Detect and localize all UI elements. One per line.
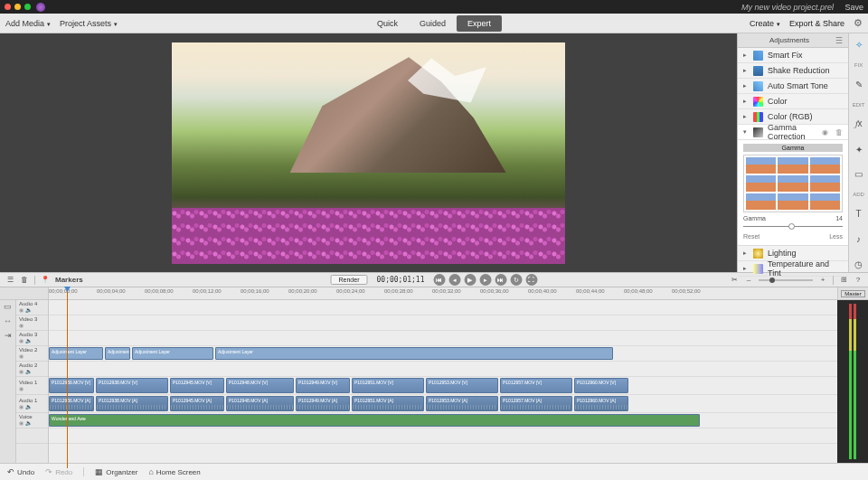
step-forward-button[interactable]: ▸ — [479, 274, 491, 286]
clip-voice[interactable]: Wonder and Awe — [49, 414, 700, 427]
zoom-slider[interactable] — [759, 279, 813, 281]
markers-label[interactable]: Markers — [55, 276, 83, 284]
clip-adjustment-layer[interactable]: Adjustment Layer — [49, 347, 103, 360]
clip-video[interactable]: P1012945.MOV [V] — [170, 378, 224, 393]
gamma-preset[interactable] — [778, 175, 807, 192]
edit-tab-icon[interactable]: ✎ — [851, 77, 867, 93]
clip-audio[interactable]: P1012938.MOV [A] — [96, 396, 168, 411]
clip-video[interactable]: P1012951.MOV [V] — [352, 378, 424, 393]
transitions-icon[interactable]: ▭ — [851, 166, 867, 183]
track-video1-label[interactable]: Video 1 — [19, 380, 37, 386]
track-audio1-label[interactable]: Audio 1 — [19, 398, 37, 404]
project-assets-menu[interactable]: Project Assets — [60, 19, 118, 28]
add-media-menu[interactable]: Add Media — [5, 19, 51, 28]
gamma-preset[interactable] — [778, 157, 807, 174]
settings-gear-icon[interactable]: ⚙ — [854, 17, 863, 29]
gamma-preset[interactable] — [810, 193, 840, 210]
minimize-icon[interactable] — [14, 4, 21, 10]
clip-audio[interactable]: P1012945.MOV [A] — [170, 396, 224, 411]
tab-guided[interactable]: Guided — [409, 15, 457, 32]
clip-audio[interactable]: P1012953.MOV [A] — [426, 396, 498, 411]
gamma-preset[interactable] — [810, 175, 840, 192]
trash-icon[interactable]: 🗑 — [20, 276, 29, 285]
track-video3-label[interactable]: Video 3 — [19, 316, 37, 323]
music-icon[interactable]: ♪ — [851, 231, 867, 248]
track-select-tool-icon[interactable]: ⇥ — [5, 331, 12, 340]
adj-gamma[interactable]: ▾Gamma Correction◉🗑 — [738, 125, 848, 140]
tools-icon[interactable]: ✂ — [730, 276, 739, 285]
clip-adjustment-layer[interactable]: Adjustment Layer — [132, 347, 213, 360]
clip-video[interactable]: P1012938.MOV [V] — [96, 378, 168, 393]
clip-video[interactable]: P1012936.MOV [V] — [49, 378, 94, 393]
gamma-preset[interactable] — [746, 157, 776, 174]
snap-icon[interactable]: ⊞ — [839, 276, 848, 285]
clip-video[interactable]: P1012949.MOV [V] — [296, 378, 350, 393]
tab-expert[interactable]: Expert — [457, 15, 502, 32]
loop-button[interactable]: ↻ — [510, 274, 522, 286]
goto-start-button[interactable]: ⏮ — [433, 274, 445, 286]
fix-tab-icon[interactable]: ✧ — [851, 37, 867, 53]
clip-video[interactable]: P1012948.MOV [V] — [226, 378, 294, 393]
titles-icon[interactable]: T — [851, 206, 867, 222]
visibility-eye-icon[interactable]: ◉ — [822, 128, 828, 136]
window-controls[interactable] — [5, 4, 31, 10]
gamma-preset[interactable] — [810, 157, 840, 174]
gamma-less-button[interactable]: Less — [829, 233, 843, 240]
adj-color[interactable]: ▸Color — [738, 94, 848, 109]
clip-audio[interactable]: P1012960.MOV [A] — [574, 396, 628, 411]
clip-video[interactable]: P1012953.MOV [V] — [426, 378, 498, 393]
properties-icon[interactable]: ☰ — [5, 276, 14, 285]
clip-adjustment-layer[interactable]: Adjustment Layer — [215, 347, 613, 360]
tab-quick[interactable]: Quick — [366, 15, 409, 32]
timeline-ruler[interactable]: 00;00;00;0000;00;04;0000;00;08;0000;00;1… — [0, 287, 868, 300]
effects-icon[interactable]: ✦ — [851, 141, 867, 157]
gamma-preset[interactable] — [746, 175, 776, 192]
render-button[interactable]: Render — [331, 275, 368, 285]
notifications-icon[interactable]: ☰ — [835, 36, 843, 45]
undo-button[interactable]: ↶Undo — [7, 467, 34, 476]
slider-handle[interactable] — [788, 223, 795, 230]
track-content-area[interactable]: Adjustment Layer Adjustment Layer Adjust… — [49, 300, 837, 463]
goto-end-button[interactable]: ⏭ — [495, 274, 506, 286]
time-stretch-tool-icon[interactable]: ↔ — [4, 316, 12, 325]
adj-temp-tint[interactable]: ▸Temperature and Tint — [738, 261, 848, 277]
clip-audio[interactable]: P1012948.MOV [A] — [226, 396, 294, 411]
preview-frame[interactable] — [172, 42, 565, 264]
zoom-handle[interactable] — [769, 278, 775, 283]
help-icon[interactable]: ? — [854, 276, 863, 285]
marker-pin-icon[interactable]: 📍 — [41, 276, 50, 285]
adj-smart-fix[interactable]: ▸Smart Fix — [738, 48, 848, 63]
step-back-button[interactable]: ◂ — [448, 274, 460, 286]
home-screen-button[interactable]: ⌂Home Screen — [148, 467, 200, 476]
organizer-button[interactable]: ▦Organizer — [95, 467, 137, 476]
graphics-icon[interactable]: ◷ — [851, 256, 867, 272]
clip-audio[interactable]: P1012951.MOV [A] — [352, 396, 424, 411]
clip-audio[interactable]: P1012957.MOV [A] — [500, 396, 572, 411]
master-badge[interactable]: Master — [841, 290, 864, 297]
create-menu[interactable]: Create — [750, 19, 780, 28]
close-icon[interactable] — [5, 4, 11, 10]
track-audio4-label[interactable]: Audio 4 — [19, 301, 37, 307]
export-share-button[interactable]: Export & Share — [789, 19, 844, 28]
clip-audio[interactable]: P1012949.MOV [A] — [296, 396, 350, 411]
maximize-icon[interactable] — [24, 4, 31, 10]
clip-audio[interactable]: P1012936.MOV [A] — [49, 396, 94, 411]
track-video2-label[interactable]: Video 2 — [19, 347, 37, 353]
gamma-preset[interactable] — [746, 193, 776, 210]
fx-icon[interactable]: 𝑓x — [851, 117, 867, 133]
track-voice-label[interactable]: Voice — [19, 414, 33, 420]
play-button[interactable]: ▶ — [464, 274, 476, 286]
gamma-slider[interactable] — [743, 222, 843, 231]
gamma-preset[interactable] — [778, 193, 807, 210]
gamma-reset-button[interactable]: Reset — [743, 233, 760, 240]
ruler-ticks[interactable]: 00;00;00;0000;00;04;0000;00;08;0000;00;1… — [49, 287, 837, 299]
track-audio2-label[interactable]: Audio 2 — [19, 362, 37, 369]
fullscreen-button[interactable]: ⛶ — [525, 274, 537, 286]
track-audio3-label[interactable]: Audio 3 — [19, 332, 37, 338]
clip-video[interactable]: P1012960.MOV [V] — [574, 378, 628, 393]
delete-trash-icon[interactable]: 🗑 — [835, 128, 843, 136]
clip-adjustment-layer[interactable]: Adjustment Layer — [105, 347, 130, 360]
selection-tool-icon[interactable]: ▭ — [4, 302, 12, 311]
adj-auto-smart-tone[interactable]: ▸Auto Smart Tone — [738, 79, 848, 94]
zoom-out-icon[interactable]: – — [744, 276, 753, 285]
